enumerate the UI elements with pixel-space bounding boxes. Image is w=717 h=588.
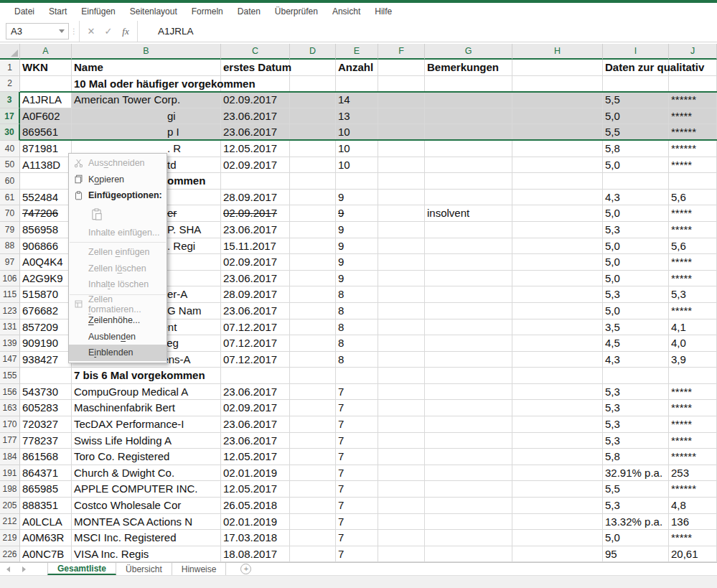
cell-B177[interactable]: Swiss Life Holding A — [72, 433, 221, 449]
cell-F170[interactable] — [378, 416, 425, 433]
row-header-30[interactable]: 30 — [0, 124, 20, 141]
cell-J219[interactable]: ***** — [669, 530, 717, 546]
cell-D226[interactable] — [290, 546, 336, 563]
cell-I61[interactable]: 4,3 — [603, 190, 669, 206]
cell-A123[interactable]: 676682 — [20, 303, 72, 319]
cell-C205[interactable]: 26.05.2018 — [221, 498, 290, 514]
row-header-115[interactable]: 115 — [0, 286, 20, 303]
cell-I70[interactable]: 5,0 — [603, 205, 669, 222]
cell-F184[interactable] — [378, 449, 425, 465]
cell-D139[interactable] — [290, 335, 336, 352]
cell-G170[interactable] — [425, 416, 512, 433]
cell-C88[interactable]: 15.11.2017 — [221, 238, 290, 255]
cell-E60[interactable] — [336, 173, 378, 190]
cell-A177[interactable]: 778237 — [20, 433, 72, 449]
cell-I156[interactable]: 5,3 — [603, 384, 669, 401]
row-header-219[interactable]: 219 — [0, 530, 20, 546]
cell-F156[interactable] — [378, 384, 425, 401]
row-header-139[interactable]: 139 — [0, 335, 20, 352]
row-header-61[interactable]: 61 — [0, 190, 20, 206]
cell-E170[interactable]: 7 — [336, 416, 378, 433]
cell-A61[interactable]: 552484 — [20, 190, 72, 206]
cell-C131[interactable]: 07.12.2017 — [221, 319, 290, 336]
cell-G177[interactable] — [425, 433, 512, 449]
cell-C3[interactable]: 02.09.2017 — [221, 92, 290, 108]
cell-F40[interactable] — [378, 141, 425, 157]
cell-C163[interactable]: 02.09.2017 — [221, 400, 290, 416]
row-header-70[interactable]: 70 — [0, 205, 20, 222]
cell-I79[interactable]: 5,3 — [603, 222, 669, 238]
cell-I205[interactable]: 5,3 — [603, 498, 669, 514]
cell-D205[interactable] — [290, 498, 336, 514]
cell-H155[interactable] — [512, 368, 603, 384]
cell-E97[interactable]: 9 — [336, 254, 378, 271]
column-header-d[interactable]: D — [290, 44, 336, 60]
sheet-nav-left-icon[interactable] — [0, 563, 16, 575]
cell-E1[interactable]: Anzahl — [336, 60, 378, 76]
cell-I123[interactable]: 5,0 — [603, 303, 669, 319]
cell-D50[interactable] — [290, 157, 336, 174]
row-header-2[interactable]: 2 — [0, 76, 20, 93]
cell-E205[interactable]: 7 — [336, 498, 378, 514]
cell-G17[interactable] — [425, 108, 512, 125]
cell-D79[interactable] — [290, 222, 336, 238]
cell-C147[interactable]: 07.12.2017 — [221, 352, 290, 368]
cell-E156[interactable]: 7 — [336, 384, 378, 401]
column-header-g[interactable]: G — [425, 44, 512, 60]
cell-E79[interactable]: 9 — [336, 222, 378, 238]
row-header-1[interactable]: 1 — [0, 60, 20, 76]
cell-A115[interactable]: 515870 — [20, 286, 72, 303]
cell-A226[interactable]: A0NC7B — [20, 546, 72, 563]
column-header-a[interactable]: A — [20, 44, 72, 60]
sheet-tab-hinweise[interactable]: Hinweise — [172, 563, 227, 575]
cell-J139[interactable]: 4,0 — [669, 335, 717, 352]
ribbon-tab-hilfe[interactable]: Hilfe — [367, 3, 399, 21]
cell-H177[interactable] — [512, 433, 603, 449]
cell-A156[interactable]: 543730 — [20, 384, 72, 401]
cell-A147[interactable]: 938427 — [20, 352, 72, 368]
cell-H205[interactable] — [512, 498, 603, 514]
cell-G191[interactable] — [425, 465, 512, 482]
cell-C50[interactable]: 02.09.2017 — [221, 157, 290, 174]
cell-A79[interactable]: 856958 — [20, 222, 72, 238]
cell-I50[interactable]: 5,0 — [603, 157, 669, 174]
cell-C212[interactable]: 02.01.2019 — [221, 514, 290, 531]
cell-E163[interactable]: 7 — [336, 400, 378, 416]
cell-I147[interactable]: 4,3 — [603, 352, 669, 368]
cell-F115[interactable] — [378, 286, 425, 303]
cell-A17[interactable]: A0F602 — [20, 108, 72, 125]
row-header-155[interactable]: 155 — [0, 368, 20, 384]
cell-B205[interactable]: Costco Wholesale Cor — [72, 498, 221, 514]
cell-G79[interactable] — [425, 222, 512, 238]
cell-C61[interactable]: 28.09.2017 — [221, 190, 290, 206]
cell-D123[interactable] — [290, 303, 336, 319]
cell-I226[interactable]: 95 — [603, 546, 669, 563]
cell-G163[interactable] — [425, 400, 512, 416]
cell-F139[interactable] — [378, 335, 425, 352]
enter-icon[interactable]: ✓ — [100, 26, 117, 37]
cell-C226[interactable]: 18.08.2017 — [221, 546, 290, 563]
cell-E30[interactable]: 10 — [336, 124, 378, 141]
cell-J30[interactable]: ****** — [669, 124, 717, 141]
cell-F17[interactable] — [378, 108, 425, 125]
cell-I30[interactable]: 5,5 — [603, 124, 669, 141]
cell-J88[interactable]: 5,6 — [669, 238, 717, 255]
cell-D3[interactable] — [290, 92, 336, 108]
cell-G61[interactable] — [425, 190, 512, 206]
cell-C70[interactable]: 02.09.2017 — [221, 205, 290, 222]
cell-H212[interactable] — [512, 514, 603, 531]
cell-G219[interactable] — [425, 530, 512, 546]
cell-F70[interactable] — [378, 205, 425, 222]
cell-A60[interactable] — [20, 173, 72, 190]
cell-G40[interactable] — [425, 141, 512, 157]
cell-J155[interactable] — [669, 368, 717, 384]
cell-J106[interactable]: ***** — [669, 271, 717, 287]
cell-J70[interactable]: ***** — [669, 205, 717, 222]
cell-G50[interactable] — [425, 157, 512, 174]
cell-D88[interactable] — [290, 238, 336, 255]
select-all-corner[interactable] — [0, 44, 20, 60]
cell-D115[interactable] — [290, 286, 336, 303]
cell-A191[interactable]: 864371 — [20, 465, 72, 482]
cell-I177[interactable]: 5,3 — [603, 433, 669, 449]
cell-B226[interactable]: VISA Inc. Regis — [72, 546, 221, 563]
